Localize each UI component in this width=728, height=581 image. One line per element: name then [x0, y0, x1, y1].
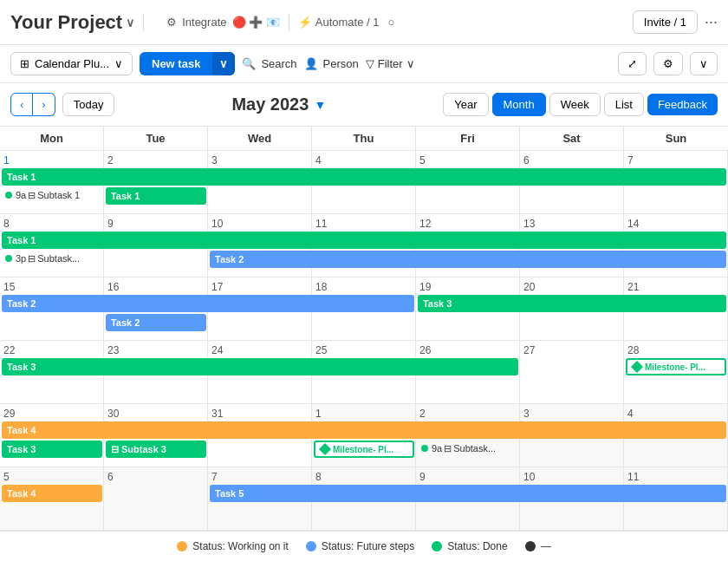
day-jun6[interactable]: 6 — [104, 467, 208, 530]
legend-future-label: Status: Future steps — [322, 540, 414, 552]
view-year-button[interactable]: Year — [443, 93, 488, 116]
person-label: Person — [323, 57, 359, 70]
task1-tue-bar[interactable]: Task 1 — [106, 187, 206, 205]
integrate-icon: ⚙ — [166, 16, 177, 29]
filter-chevron-icon: ∨ — [406, 57, 415, 70]
week-6: 5 6 7 8 9 10 11 Task 4 Task 5 — [0, 467, 728, 531]
search-icon[interactable]: ○ — [387, 16, 394, 29]
prev-button[interactable]: ‹ — [10, 93, 33, 116]
filter-button[interactable]: ▽ Filter ∨ — [366, 57, 415, 70]
task1-week1-bar[interactable]: Task 1 — [2, 168, 726, 186]
toolbar: ⊞ Calendar Plu... ∨ New task ∨ 🔍 Search … — [0, 45, 728, 83]
subtask-week5-fri[interactable]: 9a ⊟ Subtask... — [418, 441, 518, 456]
more-button[interactable]: ∨ — [690, 52, 718, 75]
week-4: 22 23 24 25 26 27 28 Task 3 Milestone- P… — [0, 341, 728, 404]
legend-dot-green — [432, 541, 442, 552]
divider2 — [289, 14, 289, 31]
legend-dash-label: — — [541, 540, 551, 552]
emoji-icons: 🔴 ➕ 📧 — [232, 16, 280, 29]
header-center-actions: ⚙ Integrate 🔴 ➕ 📧 ⚡ Automate / 1 ○ — [166, 14, 394, 31]
week-5: 29 30 31 1 2 3 4 Task 4 Task 3 ⊟ Subtask… — [0, 404, 728, 467]
task4-week5-bar[interactable]: Task 4 — [2, 421, 726, 439]
task2-tue-week3[interactable]: Task 2 — [106, 314, 206, 331]
new-task-label: New task — [152, 57, 200, 70]
person-button[interactable]: 👤 Person — [304, 57, 359, 70]
view-buttons: Year Month Week List Feedback — [443, 93, 718, 116]
automate-button[interactable]: ⚡ Automate / 1 — [298, 16, 380, 29]
project-title[interactable]: Your Project ∨ — [10, 11, 134, 34]
legend-future: Status: Future steps — [306, 540, 414, 552]
legend-dot-orange — [177, 541, 187, 552]
task2-week2-bar[interactable]: Task 2 — [210, 251, 726, 268]
subtask3-week5-tue[interactable]: ⊟ Subtask 3 — [106, 441, 206, 458]
month-dropdown-icon[interactable]: ▼ — [314, 98, 326, 112]
new-task-button[interactable]: New task ∨ — [140, 52, 235, 75]
task1-week2-bar[interactable]: Task 1 — [2, 232, 726, 249]
automate-icon: ⚡ — [298, 16, 312, 29]
search-icon: 🔍 — [242, 57, 256, 70]
feedback-button[interactable]: Feedback — [647, 94, 718, 115]
subtask-icon: ⊟ — [28, 190, 36, 201]
invite-button[interactable]: Invite / 1 — [633, 10, 698, 34]
next-button[interactable]: › — [33, 93, 55, 116]
search-button[interactable]: 🔍 Search — [242, 57, 296, 70]
subtask1-week1[interactable]: 9a ⊟ Subtask 1 — [2, 187, 102, 203]
nav-arrows: ‹ › — [10, 93, 55, 116]
calendar-grid: Mon Tue Wed Thu Fri Sat Sun 1 2 3 4 5 6 … — [0, 127, 728, 531]
subtask-week2[interactable]: 3p ⊟ Subtask... — [2, 251, 102, 266]
day-may27[interactable]: 27 — [520, 341, 624, 403]
settings-button[interactable]: ⚙ — [653, 52, 683, 75]
day-header-wed: Wed — [208, 127, 312, 150]
view-week-button[interactable]: Week — [549, 93, 601, 116]
day-header-fri: Fri — [416, 127, 520, 150]
milestone-week5-thu[interactable]: Milestone- Pl... — [314, 441, 414, 458]
filter-icon: ▽ — [366, 57, 374, 70]
more-options-button[interactable]: ··· — [705, 13, 718, 31]
subtask-dot2 — [5, 255, 12, 262]
person-icon: 👤 — [304, 57, 318, 70]
calendar-nav: ‹ › Today May 2023 ▼ Year Month Week Lis… — [0, 83, 728, 127]
task3-week5-mon[interactable]: Task 3 — [2, 441, 102, 458]
filter-label: Filter — [378, 57, 403, 70]
search-label: Search — [261, 57, 296, 70]
header-right-actions: Invite / 1 ··· — [633, 10, 718, 34]
day-header-mon: Mon — [0, 127, 104, 150]
new-task-arrow-icon[interactable]: ∨ — [212, 52, 235, 75]
diamond-icon — [631, 361, 643, 373]
calendar-label: Calendar Plu... — [35, 57, 109, 70]
legend-working: Status: Working on it — [177, 540, 289, 552]
project-chevron-icon: ∨ — [126, 16, 134, 29]
subtask-time: 9a — [16, 190, 26, 200]
legend: Status: Working on it Status: Future ste… — [0, 531, 728, 561]
day-header-sun: Sun — [624, 127, 728, 150]
legend-dot-blue — [306, 541, 316, 552]
chevron-down-icon: ∨ — [114, 57, 123, 70]
view-list-button[interactable]: List — [604, 93, 644, 116]
task5-week6-bar[interactable]: Task 5 — [210, 485, 726, 502]
legend-working-label: Status: Working on it — [192, 540, 289, 552]
task3-week4-bar[interactable]: Task 3 — [2, 358, 518, 375]
divider — [143, 14, 144, 31]
integrate-button[interactable]: ⚙ Integrate 🔴 ➕ 📧 — [166, 16, 280, 29]
month-year-label: May 2023 — [231, 95, 309, 114]
project-name: Your Project — [10, 11, 122, 34]
day-header-thu: Thu — [312, 127, 416, 150]
day-header-sat: Sat — [520, 127, 624, 150]
expand-button[interactable]: ⤢ — [618, 52, 647, 75]
subtask-dot — [5, 192, 12, 199]
day-headers-row: Mon Tue Wed Thu Fri Sat Sun — [0, 127, 728, 151]
milestone-week4[interactable]: Milestone- Pl... — [626, 358, 726, 375]
calendar-view-selector[interactable]: ⊞ Calendar Plu... ∨ — [10, 52, 133, 75]
view-month-button[interactable]: Month — [492, 93, 546, 116]
task4-week6-bar[interactable]: Task 4 — [2, 485, 102, 502]
subtask-label: Subtask 1 — [37, 190, 80, 200]
legend-dot-dark — [525, 541, 536, 552]
grid-icon: ⊞ — [20, 57, 29, 70]
today-button[interactable]: Today — [62, 93, 115, 116]
day-header-tue: Tue — [104, 127, 208, 150]
legend-done: Status: Done — [432, 540, 507, 552]
task2-week3-bar-a[interactable]: Task 2 — [2, 295, 414, 312]
week-2: 8 9 10 11 12 13 14 Task 1 3p ⊟ Subtask..… — [0, 214, 728, 277]
week-1: 1 2 3 4 5 6 7 Task 1 9a ⊟ Subtask 1 Task… — [0, 151, 728, 214]
task3-week3-bar[interactable]: Task 3 — [418, 295, 726, 312]
